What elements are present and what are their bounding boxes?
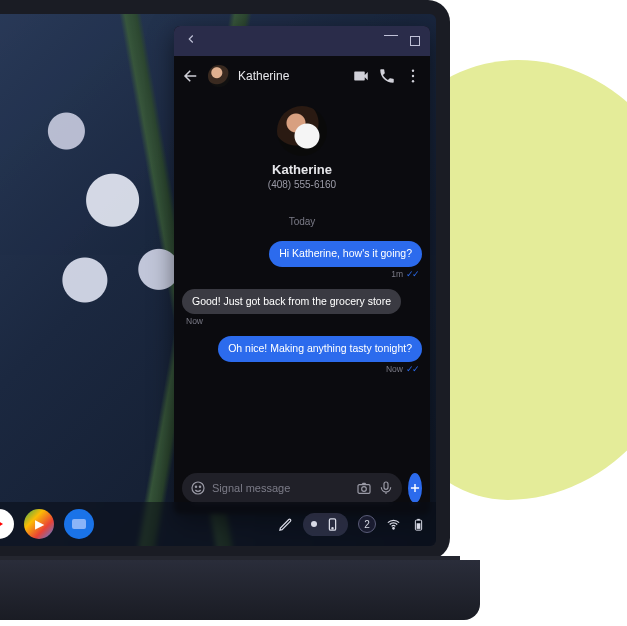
contact-profile-card[interactable]: Katherine (408) 555-6160: [174, 96, 430, 204]
status-dot-icon: [311, 521, 317, 527]
message-list: Today Hi Katherine, how's it going? 1m ✓…: [174, 204, 430, 470]
message-row: Hi Katherine, how's it going? 1m ✓✓: [182, 241, 422, 285]
svg-point-2: [412, 80, 414, 82]
svg-point-5: [199, 486, 200, 487]
status-pill[interactable]: [303, 513, 348, 536]
taskbar: 2: [0, 502, 436, 546]
mic-button[interactable]: [378, 480, 394, 496]
window-back-button[interactable]: [182, 30, 200, 52]
signal-app-window: Katherine Katherine (408) 555-6160: [174, 26, 430, 514]
svg-rect-8: [384, 482, 388, 489]
composer-input-pill: [182, 473, 402, 503]
message-row: Good! Just got back from the grocery sto…: [182, 289, 422, 333]
svg-rect-13: [417, 523, 421, 529]
message-input[interactable]: [212, 482, 350, 494]
window-titlebar: [174, 26, 430, 56]
contact-avatar-small[interactable]: [208, 65, 230, 87]
window-maximize-button[interactable]: [408, 30, 422, 52]
svg-point-10: [332, 527, 333, 528]
svg-point-3: [192, 482, 204, 494]
message-time: Now: [186, 316, 203, 326]
pen-tray-icon[interactable]: [278, 517, 293, 532]
svg-rect-6: [358, 485, 370, 494]
play-store-icon[interactable]: [24, 509, 54, 539]
message-bubble-outgoing[interactable]: Hi Katherine, how's it going?: [269, 241, 422, 267]
youtube-app-icon[interactable]: [0, 509, 14, 539]
notification-badge[interactable]: 2: [358, 515, 376, 533]
contact-profile-name: Katherine: [272, 162, 332, 177]
svg-point-1: [412, 75, 414, 77]
message-bubble-incoming[interactable]: Good! Just got back from the grocery sto…: [182, 289, 401, 315]
message-meta: Now: [186, 316, 203, 326]
phone-tray-icon: [325, 517, 340, 532]
camera-button[interactable]: [356, 480, 372, 496]
read-receipt-icon: ✓✓: [406, 269, 418, 279]
chat-header: Katherine: [174, 56, 430, 96]
date-separator: Today: [182, 216, 422, 227]
screen-bezel: Katherine Katherine (408) 555-6160: [0, 0, 450, 560]
chat-back-button[interactable]: [182, 67, 200, 85]
svg-rect-14: [417, 518, 420, 519]
laptop-base: [0, 560, 480, 620]
contact-profile-phone: (408) 555-6160: [268, 179, 336, 190]
message-bubble-outgoing[interactable]: Oh nice! Making anything tasty tonight?: [218, 336, 422, 362]
contact-name-header[interactable]: Katherine: [238, 69, 344, 83]
message-meta: 1m ✓✓: [391, 269, 418, 279]
system-tray: 2: [278, 513, 426, 536]
wifi-tray-icon[interactable]: [386, 517, 401, 532]
svg-point-0: [412, 70, 414, 72]
message-meta: Now ✓✓: [386, 364, 418, 374]
laptop-frame: Katherine Katherine (408) 555-6160: [0, 0, 490, 626]
svg-point-4: [195, 486, 196, 487]
contact-avatar-large: [277, 106, 327, 156]
window-minimize-button[interactable]: [382, 27, 400, 55]
message-time: Now: [386, 364, 403, 374]
battery-tray-icon[interactable]: [411, 517, 426, 532]
desktop-screen: Katherine Katherine (408) 555-6160: [0, 14, 436, 546]
svg-point-11: [393, 527, 395, 529]
chat-menu-button[interactable]: [404, 67, 422, 85]
send-button[interactable]: [408, 473, 422, 503]
message-time: 1m: [391, 269, 403, 279]
read-receipt-icon: ✓✓: [406, 364, 418, 374]
emoji-button[interactable]: [190, 480, 206, 496]
message-row: Oh nice! Making anything tasty tonight? …: [182, 336, 422, 380]
voice-call-button[interactable]: [378, 67, 396, 85]
video-call-button[interactable]: [352, 67, 370, 85]
svg-point-7: [362, 487, 367, 492]
files-app-icon[interactable]: [64, 509, 94, 539]
